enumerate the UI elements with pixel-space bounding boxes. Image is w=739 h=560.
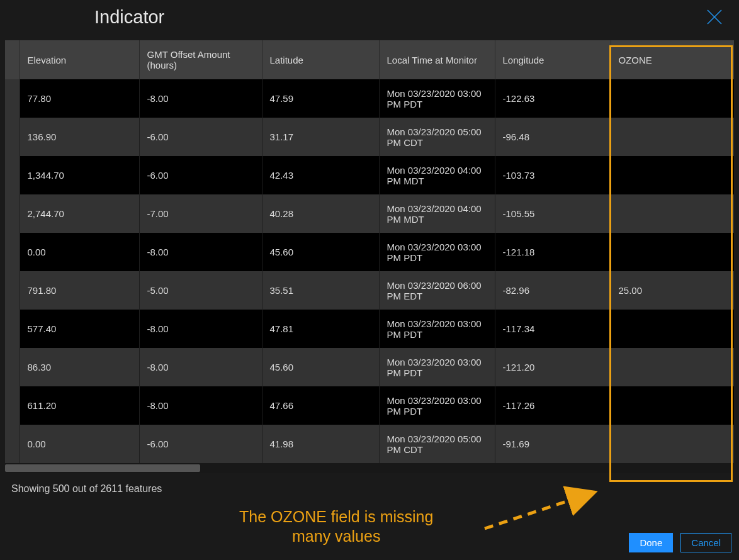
table-row[interactable]: 611.20-8.0047.66Mon 03/23/2020 03:00 PM …	[5, 386, 734, 425]
dialog-header: Indicator	[0, 0, 739, 40]
table-row[interactable]: 0.00-8.0045.60Mon 03/23/2020 03:00 PM PD…	[5, 233, 734, 271]
data-table: Elevation GMT Offset Amount (hours) Lati…	[5, 40, 734, 463]
cell-gmt-offset[interactable]: -8.00	[139, 233, 262, 271]
row-handle[interactable]	[5, 386, 20, 425]
cell-local-time[interactable]: Mon 03/23/2020 04:00 PM MDT	[379, 156, 495, 194]
cell-local-time[interactable]: Mon 03/23/2020 06:00 PM EDT	[379, 271, 495, 310]
cell-gmt-offset[interactable]: -6.00	[139, 425, 262, 463]
cell-gmt-offset[interactable]: -6.00	[139, 156, 262, 194]
data-table-area: Elevation GMT Offset Amount (hours) Lati…	[5, 40, 734, 463]
cell-longitude[interactable]: -96.48	[495, 118, 611, 156]
cell-longitude[interactable]: -103.73	[495, 156, 611, 194]
column-header-elevation[interactable]: Elevation	[20, 40, 139, 79]
cell-ozone[interactable]	[611, 118, 734, 156]
cell-elevation[interactable]: 2,744.70	[20, 194, 139, 233]
cell-local-time[interactable]: Mon 03/23/2020 03:00 PM PDT	[379, 79, 495, 118]
cell-latitude[interactable]: 45.60	[262, 348, 379, 386]
cell-gmt-offset[interactable]: -8.00	[139, 348, 262, 386]
cell-longitude[interactable]: -121.20	[495, 348, 611, 386]
cell-local-time[interactable]: Mon 03/23/2020 03:00 PM PDT	[379, 348, 495, 386]
scrollbar-thumb[interactable]	[5, 464, 200, 472]
cell-local-time[interactable]: Mon 03/23/2020 03:00 PM PDT	[379, 233, 495, 271]
row-handle[interactable]	[5, 233, 20, 271]
column-header-longitude[interactable]: Longitude	[495, 40, 611, 79]
cell-longitude[interactable]: -105.55	[495, 194, 611, 233]
cell-ozone[interactable]	[611, 194, 734, 233]
column-header-latitude[interactable]: Latitude	[262, 40, 379, 79]
table-row[interactable]: 86.30-8.0045.60Mon 03/23/2020 03:00 PM P…	[5, 348, 734, 386]
cell-gmt-offset[interactable]: -8.00	[139, 310, 262, 348]
cell-gmt-offset[interactable]: -8.00	[139, 386, 262, 425]
column-header-ozone[interactable]: OZONE	[611, 40, 734, 79]
cell-local-time[interactable]: Mon 03/23/2020 03:00 PM PDT	[379, 386, 495, 425]
cell-elevation[interactable]: 77.80	[20, 79, 139, 118]
cell-gmt-offset[interactable]: -5.00	[139, 271, 262, 310]
cell-elevation[interactable]: 0.00	[20, 233, 139, 271]
cell-local-time[interactable]: Mon 03/23/2020 04:00 PM MDT	[379, 194, 495, 233]
cell-local-time[interactable]: Mon 03/23/2020 05:00 PM CDT	[379, 425, 495, 463]
row-handle[interactable]	[5, 156, 20, 194]
table-row[interactable]: 0.00-6.0041.98Mon 03/23/2020 05:00 PM CD…	[5, 425, 734, 463]
cell-longitude[interactable]: -82.96	[495, 271, 611, 310]
table-row[interactable]: 1,344.70-6.0042.43Mon 03/23/2020 04:00 P…	[5, 156, 734, 194]
cell-longitude[interactable]: -91.69	[495, 425, 611, 463]
close-icon[interactable]	[702, 9, 726, 25]
cell-latitude[interactable]: 47.66	[262, 386, 379, 425]
cell-elevation[interactable]: 0.00	[20, 425, 139, 463]
cell-ozone[interactable]	[611, 233, 734, 271]
cell-gmt-offset[interactable]: -8.00	[139, 79, 262, 118]
cell-latitude[interactable]: 35.51	[262, 271, 379, 310]
cell-elevation[interactable]: 136.90	[20, 118, 139, 156]
cell-latitude[interactable]: 42.43	[262, 156, 379, 194]
cell-local-time[interactable]: Mon 03/23/2020 03:00 PM PDT	[379, 310, 495, 348]
row-handle[interactable]	[5, 348, 20, 386]
row-handle[interactable]	[5, 310, 20, 348]
cell-ozone[interactable]	[611, 310, 734, 348]
cancel-button[interactable]: Cancel	[680, 533, 731, 552]
row-handle[interactable]	[5, 194, 20, 233]
cell-gmt-offset[interactable]: -6.00	[139, 118, 262, 156]
cell-ozone[interactable]	[611, 386, 734, 425]
cell-ozone[interactable]	[611, 348, 734, 386]
cell-elevation[interactable]: 577.40	[20, 310, 139, 348]
annotation-line-2: many values	[239, 527, 433, 546]
cell-longitude[interactable]: -117.26	[495, 386, 611, 425]
cell-elevation[interactable]: 1,344.70	[20, 156, 139, 194]
table-row[interactable]: 77.80-8.0047.59Mon 03/23/2020 03:00 PM P…	[5, 79, 734, 118]
cell-ozone[interactable]	[611, 79, 734, 118]
column-header-local-time[interactable]: Local Time at Monitor	[379, 40, 495, 79]
column-header-blank[interactable]	[5, 40, 20, 79]
table-row[interactable]: 577.40-8.0047.81Mon 03/23/2020 03:00 PM …	[5, 310, 734, 348]
row-handle[interactable]	[5, 271, 20, 310]
cell-local-time[interactable]: Mon 03/23/2020 05:00 PM CDT	[379, 118, 495, 156]
cell-elevation[interactable]: 86.30	[20, 348, 139, 386]
row-handle[interactable]	[5, 118, 20, 156]
cell-latitude[interactable]: 47.81	[262, 310, 379, 348]
done-button[interactable]: Done	[629, 533, 673, 552]
table-row[interactable]: 791.80-5.0035.51Mon 03/23/2020 06:00 PM …	[5, 271, 734, 310]
cell-gmt-offset[interactable]: -7.00	[139, 194, 262, 233]
status-bar: Showing 500 out of 2611 features	[0, 473, 739, 505]
table-row[interactable]: 2,744.70-7.0040.28Mon 03/23/2020 04:00 P…	[5, 194, 734, 233]
cell-latitude[interactable]: 47.59	[262, 79, 379, 118]
cell-ozone[interactable]	[611, 425, 734, 463]
row-handle[interactable]	[5, 425, 20, 463]
cell-latitude[interactable]: 45.60	[262, 233, 379, 271]
cell-longitude[interactable]: -121.18	[495, 233, 611, 271]
horizontal-scrollbar[interactable]	[5, 463, 734, 473]
column-header-gmt-offset[interactable]: GMT Offset Amount (hours)	[139, 40, 262, 79]
cell-longitude[interactable]: -117.34	[495, 310, 611, 348]
annotation-line-1: The OZONE field is missing	[239, 507, 433, 527]
cell-elevation[interactable]: 611.20	[20, 386, 139, 425]
cell-latitude[interactable]: 40.28	[262, 194, 379, 233]
cell-latitude[interactable]: 31.17	[262, 118, 379, 156]
cell-latitude[interactable]: 41.98	[262, 425, 379, 463]
cell-ozone[interactable]: 25.00	[611, 271, 734, 310]
cell-elevation[interactable]: 791.80	[20, 271, 139, 310]
cell-ozone[interactable]	[611, 156, 734, 194]
annotation-text: The OZONE field is missing many values	[239, 507, 433, 547]
cell-longitude[interactable]: -122.63	[495, 79, 611, 118]
table-header-row: Elevation GMT Offset Amount (hours) Lati…	[5, 40, 734, 79]
row-handle[interactable]	[5, 79, 20, 118]
table-row[interactable]: 136.90-6.0031.17Mon 03/23/2020 05:00 PM …	[5, 118, 734, 156]
